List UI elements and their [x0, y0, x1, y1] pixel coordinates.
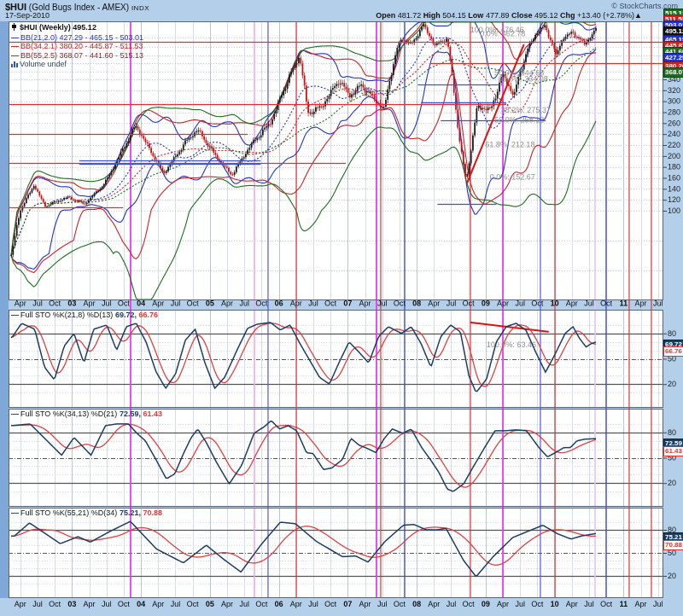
stoch2-k-value: 72.59, [120, 410, 141, 418]
legend-bb34: BB(34,2.1) 380.20 - 445.87 - 511.53 [20, 42, 143, 50]
bb55-swatch: — [11, 51, 19, 60]
candlestick-icon [11, 23, 18, 33]
volume-icon [11, 61, 18, 70]
stoch3-label: Full STO %K(55,21) %D(34) [20, 508, 117, 517]
low-value: 477.89 [486, 11, 510, 20]
legend-title-row: $HUI (Weekly) 495.12 [11, 23, 143, 33]
stoch2-label: Full STO %K(34,13) %D(21) [20, 410, 117, 418]
legend-bb55-row: —BB(55,2.5) 368.07 - 441.60 - 515.13 [11, 51, 143, 61]
legend-title: $HUI (Weekly) 495.12 [20, 23, 96, 32]
stockcharts-page: $HUI (Gold Bugs Index - AMEX) INDX © Sto… [0, 0, 683, 616]
stoch1-k-value: 69.72, [115, 311, 137, 319]
chg-up-arrow-icon: ▲ [634, 11, 642, 20]
legend-bb34-row: —BB(34,2.1) 380.20 - 445.87 - 511.53 [11, 42, 143, 51]
close-label: Close [511, 11, 533, 20]
main-legend: $HUI (Weekly) 495.12 —BB(21,2.0) 427.29 … [11, 23, 143, 70]
legend-volume: Volume undef [20, 60, 67, 68]
high-value: 504.15 [442, 11, 466, 20]
bb21-swatch: — [11, 33, 19, 42]
stoch2-d-value-box: 61.43 [663, 446, 683, 456]
stoch1-d-value: 66.76 [138, 311, 158, 319]
stoch3-legend: —Full STO %K(55,21) %D(34) 75.21, 70.88 [11, 508, 162, 517]
low-label: Low [468, 11, 483, 20]
close-value: 495.12 [534, 11, 558, 20]
stoch3-d-value-box: 70.88 [663, 540, 683, 550]
price-axis-value-box: 368.07 [663, 67, 683, 78]
stoch2-swatch: — [11, 410, 19, 418]
chg-value: +13.40 (+2.78%) [577, 11, 634, 20]
high-label: High [423, 11, 441, 20]
stoch3-k-value: 75.21, [120, 508, 141, 517]
stoch1-swatch: — [11, 311, 19, 319]
legend-volume-row: Volume undef [11, 60, 143, 70]
open-value: 481.72 [398, 11, 422, 20]
symbol-type: INDX [131, 4, 149, 12]
open-label: Open [376, 11, 395, 20]
stoch2-d-value: 61.43 [143, 410, 162, 418]
stoch3-d-value: 70.88 [143, 508, 162, 517]
legend-bb21-row: —BB(21,2.0) 427.29 - 465.15 - 503.01 [11, 33, 143, 43]
legend-bb55: BB(55,2.5) 368.07 - 441.60 - 515.13 [20, 51, 143, 60]
legend-bb21: BB(21,2.0) 427.29 - 465.15 - 503.01 [20, 33, 143, 42]
price-and-stochastics-chart [0, 0, 683, 616]
stoch1-d-value-box: 66.76 [663, 346, 683, 357]
chart-date: 17-Sep-2010 [5, 11, 50, 20]
stoch1-legend: —Full STO %K(21,8) %D(13) 69.72, 66.76 [11, 311, 158, 319]
ohlc-readout: Open 481.72 High 504.15 Low 477.89 Close… [376, 11, 642, 20]
stoch3-swatch: — [11, 508, 19, 517]
chg-label: Chg [560, 11, 575, 20]
stoch1-label: Full STO %K(21,8) %D(13) [20, 311, 113, 319]
stoch2-legend: —Full STO %K(34,13) %D(21) 72.59, 61.43 [11, 410, 162, 418]
bb34-swatch: — [11, 42, 19, 50]
